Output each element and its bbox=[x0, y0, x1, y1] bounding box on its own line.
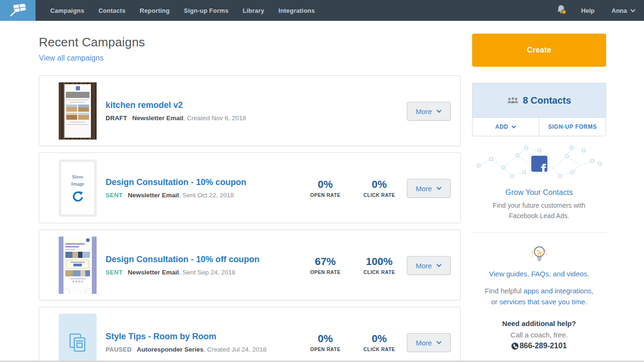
campaign-card: Show Image Design Consultation - 10% cou… bbox=[39, 152, 461, 223]
campaign-thumbnail[interactable] bbox=[59, 82, 97, 140]
add-label: ADD bbox=[495, 124, 509, 130]
grow-contacts-link[interactable]: Grow Your Contacts bbox=[472, 188, 606, 197]
campaign-meta: PAUSED Autoresponder Series, Created Jul… bbox=[106, 346, 267, 353]
more-button[interactable]: More bbox=[407, 256, 451, 275]
campaign-title-link[interactable]: Style Tips - Room by Room bbox=[106, 332, 216, 342]
campaign-title-link[interactable]: Design Consultation - 10% coupon bbox=[106, 177, 246, 187]
lightbulb-icon bbox=[530, 243, 549, 263]
campaign-thumbnail[interactable] bbox=[59, 237, 97, 294]
help-link[interactable]: Help bbox=[581, 7, 594, 14]
signup-forms-link[interactable]: SIGN-UP FORMS bbox=[539, 118, 606, 136]
campaign-list: kitchen remodel v2 DRAFT Newsletter Emai… bbox=[39, 75, 461, 362]
find-prefix-text: Find helpful bbox=[485, 287, 524, 295]
status-badge: DRAFT bbox=[106, 115, 127, 122]
campaign-title-link[interactable]: Design Consultation - 10% off coupon bbox=[106, 255, 259, 265]
page-title: Recent Campaigns bbox=[39, 35, 461, 50]
help-resources: View guides, FAQs, and videos. Find help… bbox=[472, 243, 606, 350]
user-name: Anna bbox=[612, 7, 627, 14]
open-rate-label: OPEN RATE bbox=[297, 346, 354, 352]
campaign-type: Autoresponder Series bbox=[137, 346, 204, 353]
click-rate-stat: 0% CLICK RATE bbox=[346, 178, 412, 198]
nav-item-integrations[interactable]: Integrations bbox=[271, 7, 322, 14]
open-rate-value: 0% bbox=[297, 333, 354, 345]
status-badge: PAUSED bbox=[106, 346, 132, 353]
nav-item-library[interactable]: Library bbox=[236, 7, 271, 14]
refresh-icon[interactable] bbox=[72, 191, 84, 203]
more-button[interactable]: More bbox=[407, 179, 451, 198]
campaign-meta: SENT Newsletter Email, Sent Oct 22, 2018 bbox=[106, 192, 246, 199]
campaign-info: Design Consultation - 10% coupon SENT Ne… bbox=[106, 177, 246, 199]
guides-faqs-videos-link[interactable]: View guides, FAQs, and videos. bbox=[472, 270, 606, 278]
campaign-type: Newsletter Email bbox=[128, 192, 179, 199]
campaign-info: Design Consultation - 10% off coupon SEN… bbox=[106, 255, 259, 276]
open-rate-label: OPEN RATE bbox=[297, 269, 354, 275]
more-button[interactable]: More bbox=[407, 102, 451, 121]
chevron-down-icon bbox=[436, 186, 442, 190]
nav-item-reporting[interactable]: Reporting bbox=[133, 7, 177, 14]
bell-icon bbox=[556, 4, 567, 15]
apps-integrations-link[interactable]: apps and integrations, bbox=[524, 287, 594, 295]
or-text: or bbox=[491, 298, 500, 306]
user-menu[interactable]: Anna bbox=[612, 7, 636, 14]
open-rate-value: 67% bbox=[297, 256, 354, 268]
click-rate-label: CLICK RATE bbox=[346, 269, 412, 275]
nav-item-signup-forms[interactable]: Sign-up Forms bbox=[177, 7, 235, 14]
notification-dot bbox=[562, 10, 566, 14]
stacked-emails-icon bbox=[69, 333, 86, 352]
chevron-down-icon bbox=[436, 341, 442, 344]
phone-icon bbox=[511, 343, 519, 350]
notifications-button[interactable] bbox=[556, 4, 567, 17]
campaign-card: kitchen remodel v2 DRAFT Newsletter Emai… bbox=[39, 75, 461, 146]
chevron-down-icon bbox=[630, 9, 635, 12]
open-rate-label: OPEN RATE bbox=[297, 192, 354, 198]
facebook-desc-line2: Facebook Lead Ads. bbox=[509, 212, 570, 220]
contacts-actions: ADD SIGN-UP FORMS bbox=[473, 117, 606, 136]
campaign-info: kitchen remodel v2 DRAFT Newsletter Emai… bbox=[106, 100, 246, 122]
status-badge: SENT bbox=[106, 269, 123, 276]
contacts-summary[interactable]: 8 Contacts bbox=[473, 83, 606, 117]
main-content: Recent Campaigns View all campaigns bbox=[39, 28, 461, 362]
click-rate-value: 0% bbox=[346, 333, 412, 345]
app-root: Campaigns Contacts Reporting Sign-up For… bbox=[0, 0, 644, 362]
click-rate-value: 100% bbox=[346, 256, 412, 268]
nav-item-campaigns[interactable]: Campaigns bbox=[43, 7, 91, 14]
campaign-thumbnail[interactable] bbox=[59, 314, 97, 362]
campaign-date: , Sent Oct 22, 2018 bbox=[179, 192, 234, 199]
facebook-desc-line1: Find your future customers with bbox=[493, 202, 585, 209]
facebook-f-letter: f bbox=[536, 162, 549, 173]
flag-logo-icon bbox=[8, 3, 28, 18]
campaign-thumbnail[interactable]: Show Image bbox=[59, 159, 97, 217]
view-all-campaigns-link[interactable]: View all campaigns bbox=[39, 54, 104, 62]
campaign-meta: DRAFT Newsletter Email, Created Nov 6, 2… bbox=[106, 115, 246, 122]
show-image-label: Show Image bbox=[68, 173, 88, 188]
click-rate-value: 0% bbox=[346, 178, 412, 191]
brand-logo[interactable] bbox=[0, 0, 36, 21]
campaign-title-link[interactable]: kitchen remodel v2 bbox=[106, 100, 183, 110]
more-button-label: More bbox=[416, 185, 432, 193]
status-badge: SENT bbox=[106, 192, 123, 199]
campaign-date: , Created Jul 24, 2018 bbox=[204, 346, 267, 353]
more-button-label: More bbox=[416, 339, 432, 347]
services-link[interactable]: services that save you time. bbox=[500, 298, 587, 306]
phone-number: 866-289-2101 bbox=[519, 342, 567, 350]
coach-phone[interactable]: 866-289-2101 bbox=[472, 342, 606, 350]
open-rate-stat: 67% OPEN RATE bbox=[297, 256, 354, 275]
more-button[interactable]: More bbox=[407, 333, 451, 352]
campaign-type: Newsletter Email bbox=[132, 115, 183, 122]
facebook-description: Find your future customers with Facebook… bbox=[472, 201, 606, 221]
coach-help: Need additional help? Call a coach, free… bbox=[472, 319, 606, 350]
nav-item-contacts[interactable]: Contacts bbox=[91, 7, 133, 14]
campaign-info: Style Tips - Room by Room PAUSED Autores… bbox=[106, 332, 267, 353]
facebook-icon[interactable]: f bbox=[530, 154, 549, 173]
sidebar-divider bbox=[472, 232, 606, 233]
facebook-leads-promo: f Grow Your Contacts Find your future cu… bbox=[472, 143, 606, 221]
open-rate-value: 0% bbox=[297, 178, 354, 191]
call-coach-text: Call a coach, free. bbox=[472, 331, 606, 339]
contacts-icon bbox=[507, 97, 519, 104]
campaign-card: Design Consultation - 10% off coupon SEN… bbox=[39, 230, 461, 300]
chevron-down-icon bbox=[436, 109, 442, 113]
create-button[interactable]: Create bbox=[472, 34, 606, 67]
add-contacts-dropdown[interactable]: ADD bbox=[473, 118, 539, 136]
chevron-down-icon bbox=[436, 264, 442, 267]
email-preview bbox=[64, 84, 91, 138]
